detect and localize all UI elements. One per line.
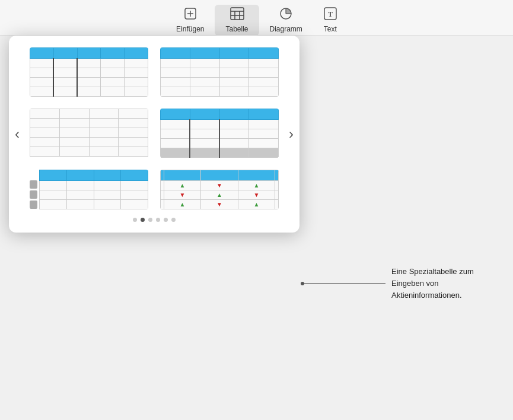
table-style-stock[interactable]: ▲ ▼ ▲ ▼ ▲ ▼ ▲ ▼ ▲ <box>160 170 279 209</box>
dot-6[interactable] <box>171 218 176 222</box>
dot-5[interactable] <box>164 218 168 222</box>
callout-text: Eine Spezialtabelle zum Eingeben von Akt… <box>391 266 501 301</box>
arrow-down-icon: ▼ <box>180 192 186 198</box>
svg-rect-3 <box>231 8 244 20</box>
arrow-up-icon: ▲ <box>254 182 260 189</box>
table-style-grid: ▲ ▼ ▲ ▼ ▲ ▼ ▲ ▼ ▲ <box>18 47 291 209</box>
arrow-down-icon: ▼ <box>216 182 222 189</box>
toolbar-table-label: Tabelle <box>225 25 248 33</box>
table-icon <box>230 7 244 24</box>
table-style-2[interactable] <box>160 47 279 97</box>
toolbar-insert-label: Einfügen <box>176 25 204 33</box>
insert-icon <box>184 7 197 24</box>
toolbar-chart-label: Diagramm <box>270 25 302 33</box>
arrow-up-icon: ▲ <box>254 201 260 208</box>
toolbar: Einfügen Tabelle Diagramm <box>0 0 513 36</box>
svg-text:T: T <box>328 10 333 18</box>
nav-right-button[interactable]: › <box>286 120 297 148</box>
toolbar-chart[interactable]: Diagramm <box>259 5 313 36</box>
arrow-down-icon: ▼ <box>254 192 260 198</box>
dot-3[interactable] <box>148 218 152 222</box>
table-style-5[interactable] <box>30 170 148 209</box>
table-picker-panel: ‹ › <box>9 36 299 233</box>
chart-icon <box>279 7 292 24</box>
arrow-up-icon: ▲ <box>216 192 222 198</box>
arrow-down-icon: ▼ <box>216 201 222 208</box>
dot-2[interactable] <box>141 218 145 222</box>
toolbar-table[interactable]: Tabelle <box>215 5 259 36</box>
text-icon: T <box>324 7 337 24</box>
arrow-up-icon: ▲ <box>180 201 186 208</box>
page-indicator <box>18 218 291 222</box>
table-style-1[interactable] <box>30 47 148 97</box>
nav-left-button[interactable]: ‹ <box>12 120 23 148</box>
toolbar-text-label: Text <box>324 25 337 33</box>
table-style-4[interactable] <box>160 109 279 158</box>
arrow-up-icon: ▲ <box>180 182 186 189</box>
dot-1[interactable] <box>133 218 137 222</box>
toolbar-insert[interactable]: Einfügen <box>165 5 215 36</box>
toolbar-text[interactable]: T Text <box>313 5 348 36</box>
table-style-3[interactable] <box>30 109 148 158</box>
dot-4[interactable] <box>156 218 160 222</box>
callout-annotation: Eine Spezialtabelle zum Eingeben von Akt… <box>302 266 501 301</box>
